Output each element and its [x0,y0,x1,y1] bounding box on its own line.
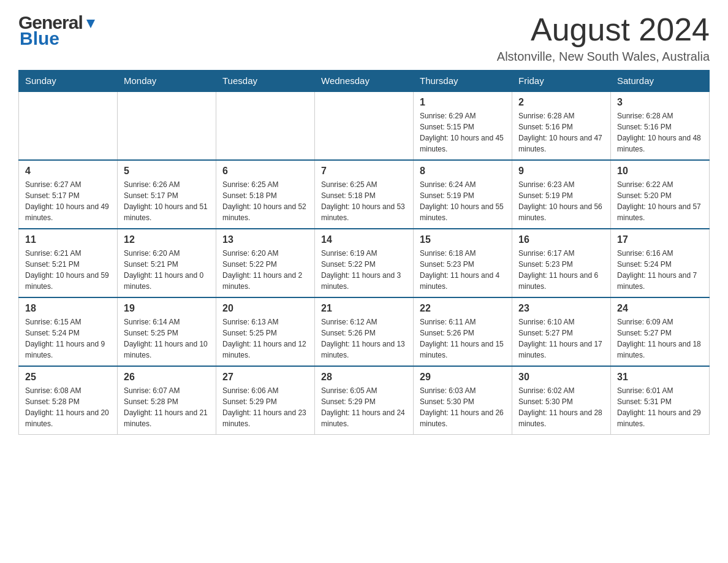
day-info: Sunrise: 6:23 AM Sunset: 5:19 PM Dayligh… [518,179,604,223]
calendar-cell: 16Sunrise: 6:17 AM Sunset: 5:23 PM Dayli… [512,229,611,297]
day-number: 8 [420,166,506,177]
day-number: 28 [321,372,407,383]
day-info: Sunrise: 6:28 AM Sunset: 5:16 PM Dayligh… [518,110,604,155]
day-number: 19 [124,303,210,314]
day-number: 2 [518,97,604,108]
day-number: 20 [222,303,308,314]
day-info: Sunrise: 6:25 AM Sunset: 5:18 PM Dayligh… [321,179,407,223]
calendar-cell: 27Sunrise: 6:06 AM Sunset: 5:29 PM Dayli… [216,366,315,435]
calendar-cell: 8Sunrise: 6:24 AM Sunset: 5:19 PM Daylig… [414,160,512,229]
calendar-cell [118,91,216,160]
day-number: 1 [420,97,506,108]
day-info: Sunrise: 6:06 AM Sunset: 5:29 PM Dayligh… [222,385,308,429]
calendar-header-thursday: Thursday [414,71,512,92]
calendar-cell: 4Sunrise: 6:27 AM Sunset: 5:17 PM Daylig… [19,160,118,229]
day-number: 4 [25,166,111,177]
day-number: 22 [420,303,506,314]
day-info: Sunrise: 6:27 AM Sunset: 5:17 PM Dayligh… [25,179,111,223]
calendar-header-friday: Friday [512,71,611,92]
day-number: 14 [321,234,407,245]
day-number: 29 [420,372,506,383]
week-row-1: 1Sunrise: 6:29 AM Sunset: 5:15 PM Daylig… [19,91,710,160]
day-number: 18 [25,303,111,314]
day-info: Sunrise: 6:20 AM Sunset: 5:21 PM Dayligh… [124,248,210,292]
day-info: Sunrise: 6:15 AM Sunset: 5:24 PM Dayligh… [25,316,111,361]
location-title: Alstonville, New South Wales, Australia [497,50,710,64]
logo-arrow-icon [84,17,97,31]
calendar-cell: 26Sunrise: 6:07 AM Sunset: 5:28 PM Dayli… [118,366,216,435]
day-number: 16 [518,234,604,245]
day-info: Sunrise: 6:01 AM Sunset: 5:31 PM Dayligh… [617,385,703,429]
month-title: August 2024 [497,12,710,47]
day-number: 26 [124,372,210,383]
day-info: Sunrise: 6:11 AM Sunset: 5:26 PM Dayligh… [420,316,506,361]
day-number: 21 [321,303,407,314]
day-info: Sunrise: 6:25 AM Sunset: 5:18 PM Dayligh… [222,179,308,223]
week-row-4: 18Sunrise: 6:15 AM Sunset: 5:24 PM Dayli… [19,297,710,366]
day-number: 3 [617,97,703,108]
calendar-cell: 17Sunrise: 6:16 AM Sunset: 5:24 PM Dayli… [611,229,710,297]
day-info: Sunrise: 6:02 AM Sunset: 5:30 PM Dayligh… [518,385,604,429]
calendar-cell [216,91,315,160]
calendar-cell: 12Sunrise: 6:20 AM Sunset: 5:21 PM Dayli… [118,229,216,297]
day-number: 17 [617,234,703,245]
day-info: Sunrise: 6:12 AM Sunset: 5:26 PM Dayligh… [321,316,407,361]
calendar-cell: 7Sunrise: 6:25 AM Sunset: 5:18 PM Daylig… [315,160,414,229]
day-number: 15 [420,234,506,245]
calendar-cell: 6Sunrise: 6:25 AM Sunset: 5:18 PM Daylig… [216,160,315,229]
svg-marker-0 [86,20,95,28]
calendar-cell: 5Sunrise: 6:26 AM Sunset: 5:17 PM Daylig… [118,160,216,229]
calendar-cell: 22Sunrise: 6:11 AM Sunset: 5:26 PM Dayli… [414,297,512,366]
day-number: 27 [222,372,308,383]
calendar-cell: 28Sunrise: 6:05 AM Sunset: 5:29 PM Dayli… [315,366,414,435]
day-info: Sunrise: 6:19 AM Sunset: 5:22 PM Dayligh… [321,248,407,292]
day-number: 12 [124,234,210,245]
calendar-header-saturday: Saturday [611,71,710,92]
calendar-cell: 24Sunrise: 6:09 AM Sunset: 5:27 PM Dayli… [611,297,710,366]
day-number: 13 [222,234,308,245]
calendar-cell: 13Sunrise: 6:20 AM Sunset: 5:22 PM Dayli… [216,229,315,297]
day-info: Sunrise: 6:28 AM Sunset: 5:16 PM Dayligh… [617,110,703,155]
day-number: 9 [518,166,604,177]
logo-blue-text: Blue [20,28,59,49]
day-number: 7 [321,166,407,177]
calendar-header-monday: Monday [118,71,216,92]
calendar-cell: 3Sunrise: 6:28 AM Sunset: 5:16 PM Daylig… [611,91,710,160]
day-info: Sunrise: 6:10 AM Sunset: 5:27 PM Dayligh… [518,316,604,361]
calendar-cell: 20Sunrise: 6:13 AM Sunset: 5:25 PM Dayli… [216,297,315,366]
day-info: Sunrise: 6:24 AM Sunset: 5:19 PM Dayligh… [420,179,506,223]
day-number: 30 [518,372,604,383]
calendar-header-wednesday: Wednesday [315,71,414,92]
calendar-table: SundayMondayTuesdayWednesdayThursdayFrid… [18,70,710,435]
day-info: Sunrise: 6:07 AM Sunset: 5:28 PM Dayligh… [124,385,210,429]
calendar-cell: 29Sunrise: 6:03 AM Sunset: 5:30 PM Dayli… [414,366,512,435]
day-info: Sunrise: 6:17 AM Sunset: 5:23 PM Dayligh… [518,248,604,292]
calendar-cell [315,91,414,160]
calendar-header-tuesday: Tuesday [216,71,315,92]
day-info: Sunrise: 6:09 AM Sunset: 5:27 PM Dayligh… [617,316,703,361]
day-info: Sunrise: 6:14 AM Sunset: 5:25 PM Dayligh… [124,316,210,361]
calendar-header-sunday: Sunday [19,71,118,92]
calendar-cell: 23Sunrise: 6:10 AM Sunset: 5:27 PM Dayli… [512,297,611,366]
calendar-cell: 14Sunrise: 6:19 AM Sunset: 5:22 PM Dayli… [315,229,414,297]
calendar-cell: 10Sunrise: 6:22 AM Sunset: 5:20 PM Dayli… [611,160,710,229]
day-info: Sunrise: 6:03 AM Sunset: 5:30 PM Dayligh… [420,385,506,429]
calendar-cell: 15Sunrise: 6:18 AM Sunset: 5:23 PM Dayli… [414,229,512,297]
calendar-cell: 31Sunrise: 6:01 AM Sunset: 5:31 PM Dayli… [611,366,710,435]
calendar-cell: 30Sunrise: 6:02 AM Sunset: 5:30 PM Dayli… [512,366,611,435]
day-number: 31 [617,372,703,383]
title-block: August 2024 Alstonville, New South Wales… [497,12,710,64]
page-header: General Blue August 2024 Alstonville, Ne… [18,12,710,64]
day-info: Sunrise: 6:05 AM Sunset: 5:29 PM Dayligh… [321,385,407,429]
day-info: Sunrise: 6:13 AM Sunset: 5:25 PM Dayligh… [222,316,308,361]
logo: General Blue [18,12,97,49]
day-number: 6 [222,166,308,177]
day-info: Sunrise: 6:08 AM Sunset: 5:28 PM Dayligh… [25,385,111,429]
day-info: Sunrise: 6:26 AM Sunset: 5:17 PM Dayligh… [124,179,210,223]
day-number: 24 [617,303,703,314]
calendar-header-row: SundayMondayTuesdayWednesdayThursdayFrid… [19,71,710,92]
calendar-cell: 2Sunrise: 6:28 AM Sunset: 5:16 PM Daylig… [512,91,611,160]
week-row-5: 25Sunrise: 6:08 AM Sunset: 5:28 PM Dayli… [19,366,710,435]
day-number: 10 [617,166,703,177]
calendar-cell: 18Sunrise: 6:15 AM Sunset: 5:24 PM Dayli… [19,297,118,366]
